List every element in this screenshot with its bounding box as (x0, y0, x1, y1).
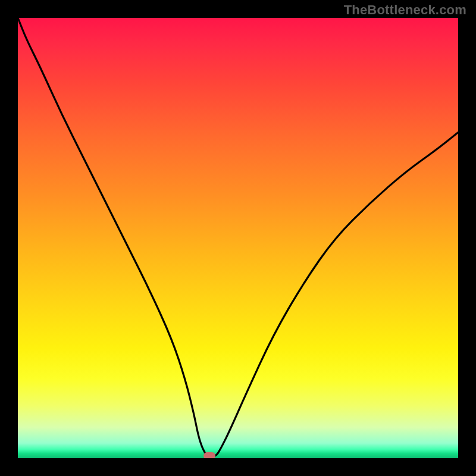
plot-area (18, 18, 458, 458)
bottleneck-curve (18, 18, 458, 458)
optimum-marker (203, 452, 215, 458)
watermark-text: TheBottleneck.com (344, 2, 466, 18)
chart-frame: TheBottleneck.com (0, 0, 476, 476)
